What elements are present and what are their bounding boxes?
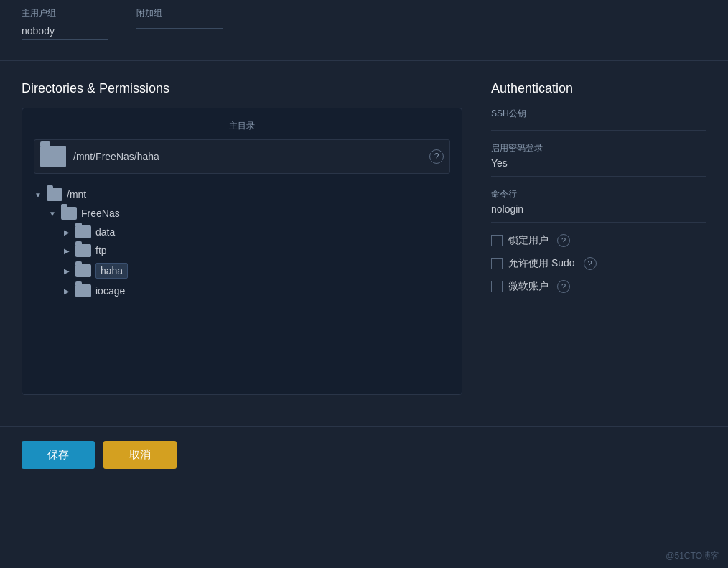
tree-item-data[interactable]: ▶ data [62, 223, 450, 241]
allow-sudo-row[interactable]: 允许使用 Sudo ? [491, 257, 706, 270]
additional-group-field: 附加组 [136, 7, 223, 40]
mnt-folder-icon [47, 188, 62, 201]
home-dir-row: /mnt/FreeNas/haha ? [34, 139, 450, 174]
password-login-field: 启用密码登录 Yes [491, 142, 706, 177]
additional-group-value [136, 22, 223, 29]
data-label: data [95, 226, 115, 238]
mnt-label: /mnt [67, 189, 86, 200]
ssh-key-label: SSH公钥 [491, 108, 706, 120]
ftp-arrow-icon: ▶ [62, 246, 71, 255]
directory-box: 主目录 /mnt/FreeNas/haha ? ▼ /mnt ▼ [22, 108, 462, 395]
microsoft-account-row[interactable]: 微软账户 ? [491, 280, 706, 293]
freenas-arrow-icon: ▼ [48, 209, 57, 218]
right-panel: Authentication SSH公钥 启用密码登录 Yes 命令行 nolo… [491, 81, 706, 411]
primary-group-label: 主用户组 [22, 7, 108, 19]
allow-sudo-checkbox[interactable] [491, 258, 503, 269]
mnt-arrow-icon: ▼ [34, 190, 42, 199]
freenas-children: ▶ data ▶ ftp ▶ [48, 223, 450, 300]
additional-group-label: 附加组 [136, 7, 223, 19]
freenas-folder-icon [61, 207, 77, 220]
allow-sudo-help-icon[interactable]: ? [584, 257, 597, 270]
data-folder-icon [75, 225, 91, 238]
home-dir-help-icon[interactable]: ? [429, 149, 444, 164]
tree-item-freenas[interactable]: ▼ FreeNas [48, 204, 450, 223]
ftp-folder-icon [75, 244, 91, 257]
left-panel: Directories & Permissions 主目录 /mnt/FreeN… [22, 81, 462, 411]
directories-section-title: Directories & Permissions [22, 81, 462, 96]
home-dir-folder-icon [40, 146, 66, 167]
ssh-key-field: SSH公钥 [491, 108, 706, 131]
bottom-bar: 保存 取消 [0, 426, 728, 483]
iocage-folder-icon [75, 284, 91, 297]
section-divider [0, 60, 728, 61]
haha-arrow-icon: ▶ [62, 266, 71, 275]
primary-group-value: nobody [22, 22, 108, 40]
directory-tree: ▼ /mnt ▼ FreeNas ▶ [34, 185, 450, 300]
mnt-children: ▼ FreeNas ▶ data ▶ [34, 204, 450, 300]
home-dir-path: /mnt/FreeNas/haha [73, 151, 422, 162]
lock-user-label: 锁定用户 [508, 234, 549, 247]
lock-user-row[interactable]: 锁定用户 ? [491, 234, 706, 247]
watermark: @51CTO博客 [666, 550, 719, 562]
tree-item-iocage[interactable]: ▶ iocage [62, 281, 450, 300]
allow-sudo-label: 允许使用 Sudo [508, 257, 575, 270]
data-arrow-icon: ▶ [62, 228, 71, 236]
auth-section-title: Authentication [491, 81, 706, 96]
microsoft-account-checkbox[interactable] [491, 281, 503, 292]
microsoft-account-help-icon[interactable]: ? [557, 280, 570, 293]
tree-item-mnt[interactable]: ▼ /mnt [34, 185, 450, 204]
shell-field: 命令行 nologin [491, 188, 706, 223]
lock-user-help-icon[interactable]: ? [557, 234, 570, 247]
haha-folder-icon [75, 264, 91, 277]
ftp-label: ftp [95, 245, 107, 256]
haha-label: haha [95, 263, 128, 279]
tree-item-haha[interactable]: ▶ haha [62, 260, 450, 281]
top-fields: 主用户组 nobody 附加组 [0, 0, 728, 55]
cancel-button[interactable]: 取消 [103, 441, 177, 469]
password-login-value: Yes [491, 157, 706, 169]
shell-value: nologin [491, 203, 706, 215]
primary-group-field: 主用户组 nobody [22, 7, 108, 40]
freenas-label: FreeNas [81, 208, 120, 219]
save-button[interactable]: 保存 [22, 441, 95, 469]
iocage-arrow-icon: ▶ [62, 287, 71, 295]
home-dir-label: 主目录 [34, 120, 450, 132]
microsoft-account-label: 微软账户 [508, 280, 549, 293]
password-login-label: 启用密码登录 [491, 142, 706, 154]
shell-label: 命令行 [491, 188, 706, 200]
main-content: Directories & Permissions 主目录 /mnt/FreeN… [0, 67, 728, 426]
lock-user-checkbox[interactable] [491, 235, 503, 246]
tree-item-ftp[interactable]: ▶ ftp [62, 241, 450, 260]
iocage-label: iocage [95, 285, 125, 297]
